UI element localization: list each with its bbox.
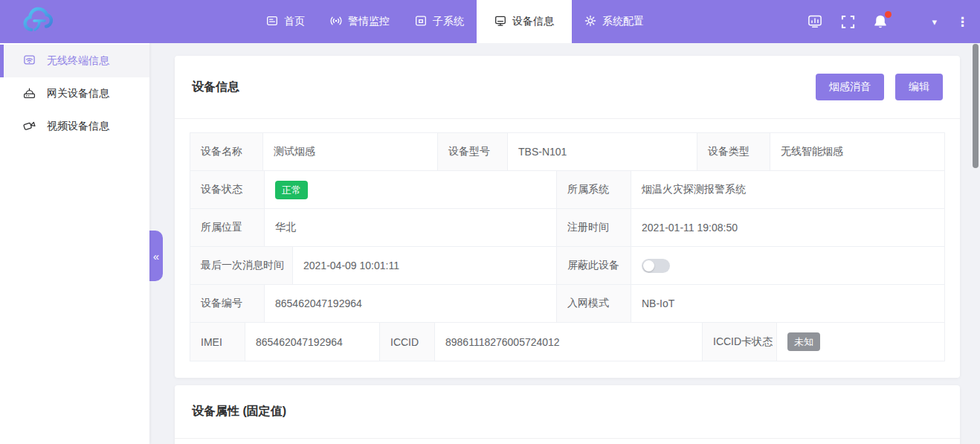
- dashboard-chart-icon[interactable]: [807, 13, 823, 30]
- device-info-table: 设备名称 测试烟感 设备型号 TBS-N101 设备类型 无线智能烟感 设备状态…: [190, 132, 945, 361]
- sidebar-item-wireless-terminal[interactable]: 无线终端信息: [0, 45, 149, 77]
- field-label: 所属位置: [190, 209, 265, 246]
- table-row: 所属位置 华北 注册时间 2021-01-11 19:08:50: [190, 209, 944, 247]
- sidebar: 无线终端信息 网关设备信息 视频设备信息: [0, 43, 149, 444]
- top-navbar: 首页 警情监控 子系统 设备信息: [0, 0, 980, 43]
- wireless-terminal-icon: [23, 54, 36, 68]
- attributes-card-header: 设备属性 (固定值): [175, 385, 960, 439]
- block-device-toggle[interactable]: [642, 259, 670, 273]
- field-value: 865462047192964: [265, 285, 557, 322]
- sidebar-item-label: 视频设备信息: [47, 120, 109, 133]
- table-row: 设备名称 测试烟感 设备型号 TBS-N101 设备类型 无线智能烟感: [190, 133, 944, 171]
- smoke-mute-button[interactable]: 烟感消音: [816, 74, 884, 100]
- field-value: 865462047192964: [245, 323, 380, 361]
- field-label: 入网模式: [557, 285, 631, 322]
- sidebar-collapse-button[interactable]: «: [149, 231, 163, 281]
- field-label: 设备编号: [190, 285, 265, 322]
- field-label: ICCID: [380, 323, 435, 361]
- video-camera-icon: [23, 119, 36, 134]
- field-value: TBS-N101: [508, 133, 697, 170]
- page-title: 设备信息: [192, 80, 239, 95]
- sidebar-item-label: 无线终端信息: [47, 54, 109, 68]
- field-value: NB-IoT: [631, 285, 944, 322]
- field-label: IMEI: [190, 323, 245, 361]
- edit-button[interactable]: 编辑: [895, 74, 943, 100]
- sidebar-item-label: 网关设备信息: [47, 87, 109, 100]
- nav-item-subsystem[interactable]: 子系统: [402, 0, 477, 43]
- field-label: 设备型号: [438, 133, 508, 170]
- nav-label: 首页: [284, 15, 305, 28]
- field-label: 最后一次消息时间: [190, 247, 293, 284]
- device-attributes-card: 设备属性 (固定值): [175, 385, 960, 444]
- notification-dot: [885, 11, 892, 18]
- broadcast-icon: [330, 15, 342, 29]
- field-value: 2021-01-11 19:08:50: [631, 209, 944, 246]
- field-value: 未知: [777, 323, 944, 361]
- nav-item-alarm-monitor[interactable]: 警情监控: [317, 0, 402, 43]
- gateway-router-icon: [23, 86, 36, 101]
- field-value: 2021-04-09 10:01:11: [293, 247, 557, 284]
- status-badge: 正常: [275, 181, 308, 199]
- attributes-title: 设备属性 (固定值): [192, 404, 286, 419]
- header-buttons: 烟感消音 编辑: [816, 74, 943, 100]
- table-row: 最后一次消息时间 2021-04-09 10:01:11 屏蔽此设备: [190, 247, 944, 285]
- table-row: 设备状态 正常 所属系统 烟温火灾探测报警系统: [190, 171, 944, 209]
- field-value: [631, 247, 944, 284]
- sidebar-item-gateway-device[interactable]: 网关设备信息: [0, 77, 149, 110]
- device-info-card: 设备信息 烟感消音 编辑 设备名称 测试烟感 设备型号 TBS-N101 设备类…: [175, 56, 960, 378]
- main-nav: 首页 警情监控 子系统 设备信息: [254, 0, 657, 43]
- page-scrollbar: [973, 43, 979, 444]
- nav-item-system-config[interactable]: 系统配置: [572, 0, 657, 43]
- nav-label: 设备信息: [512, 15, 554, 28]
- home-screen-icon: [266, 15, 278, 29]
- navbar-actions: ▾ ⋮: [807, 13, 970, 30]
- field-value: 无线智能烟感: [770, 133, 944, 170]
- app-logo[interactable]: [19, 5, 65, 38]
- display-icon: [494, 15, 506, 29]
- nav-label: 警情监控: [348, 15, 390, 28]
- device-card-header: 设备信息 烟感消音 编辑: [175, 56, 960, 119]
- nav-item-device-info[interactable]: 设备信息: [477, 0, 572, 43]
- sidebar-item-video-device[interactable]: 视频设备信息: [0, 110, 149, 143]
- field-label: 所属系统: [557, 171, 631, 208]
- field-value: 测试烟感: [263, 133, 438, 170]
- cloud-logo-icon: [19, 4, 62, 39]
- more-options-kebab-icon[interactable]: ⋮: [956, 14, 970, 30]
- fullscreen-icon[interactable]: [839, 13, 856, 30]
- subsystem-window-icon: [415, 15, 427, 29]
- table-row: 设备编号 865462047192964 入网模式 NB-IoT: [190, 285, 944, 323]
- iccid-status-badge: 未知: [787, 332, 820, 351]
- field-value: 89861118276005724012: [435, 323, 703, 361]
- field-label: 屏蔽此设备: [557, 247, 631, 284]
- field-label: 注册时间: [557, 209, 631, 246]
- scrollbar-thumb[interactable]: [973, 44, 979, 168]
- gear-icon: [584, 15, 596, 29]
- nav-item-home[interactable]: 首页: [254, 0, 317, 43]
- field-value: 正常: [265, 171, 557, 208]
- table-row: IMEI 865462047192964 ICCID 8986111827600…: [190, 323, 944, 361]
- field-label: ICCID卡状态: [703, 323, 777, 361]
- nav-label: 系统配置: [602, 15, 644, 28]
- nav-label: 子系统: [433, 15, 464, 28]
- user-dropdown-caret-icon[interactable]: ▾: [932, 16, 937, 28]
- app-root: 首页 警情监控 子系统 设备信息: [0, 0, 980, 444]
- notification-bell-icon[interactable]: [872, 13, 889, 30]
- toggle-knob: [643, 260, 654, 271]
- field-label: 设备名称: [190, 133, 263, 170]
- field-value: 华北: [265, 209, 557, 246]
- field-label: 设备状态: [190, 171, 265, 208]
- field-label: 设备类型: [697, 133, 770, 170]
- field-value: 烟温火灾探测报警系统: [631, 171, 944, 208]
